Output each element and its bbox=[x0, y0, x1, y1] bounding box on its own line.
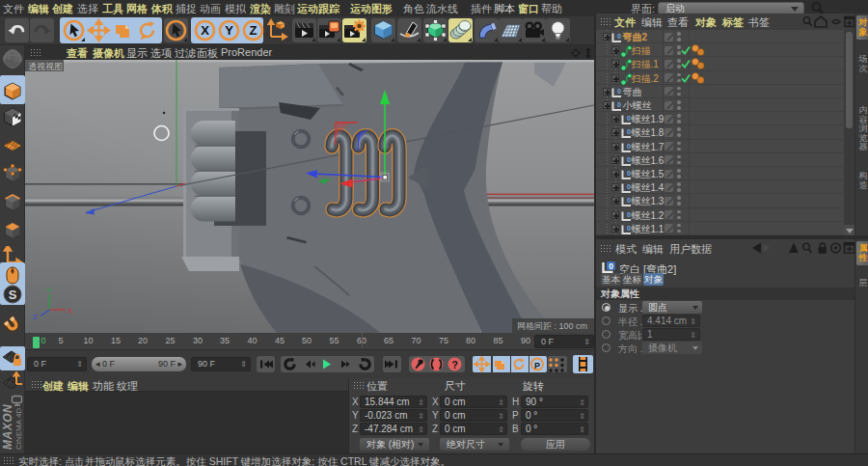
svg-text:0: 0 bbox=[627, 225, 631, 232]
svg-text:X: X bbox=[201, 23, 209, 38]
svg-text:20: 20 bbox=[138, 336, 148, 345]
svg-text:透视视图: 透视视图 bbox=[28, 62, 63, 71]
svg-text:25: 25 bbox=[165, 336, 175, 345]
svg-text:50: 50 bbox=[302, 336, 312, 345]
svg-text:5: 5 bbox=[58, 336, 63, 345]
svg-text:40: 40 bbox=[247, 336, 257, 345]
svg-text:?: ? bbox=[451, 359, 458, 370]
svg-text:0: 0 bbox=[627, 197, 631, 204]
svg-text:80: 80 bbox=[466, 336, 475, 345]
svg-text:0: 0 bbox=[617, 88, 621, 95]
svg-text:45: 45 bbox=[275, 336, 285, 345]
svg-text:CINEMA 4D: CINEMA 4D bbox=[14, 408, 23, 450]
svg-text:65: 65 bbox=[384, 336, 393, 345]
svg-text:75: 75 bbox=[439, 336, 448, 345]
svg-text:0: 0 bbox=[617, 101, 621, 108]
svg-text:10: 10 bbox=[83, 336, 93, 345]
svg-text:0: 0 bbox=[627, 170, 631, 177]
svg-text:30: 30 bbox=[193, 336, 203, 345]
svg-text:0: 0 bbox=[627, 115, 631, 122]
svg-text:0: 0 bbox=[627, 143, 631, 150]
svg-text:55: 55 bbox=[329, 336, 339, 345]
svg-text:85: 85 bbox=[493, 336, 502, 345]
svg-text:0: 0 bbox=[627, 183, 631, 190]
svg-text:90: 90 bbox=[521, 336, 530, 345]
svg-text:X: X bbox=[68, 307, 73, 315]
svg-text:70: 70 bbox=[411, 336, 420, 345]
svg-text:0: 0 bbox=[617, 33, 621, 40]
svg-text:0: 0 bbox=[627, 128, 631, 135]
svg-text:0: 0 bbox=[627, 211, 631, 218]
svg-text:网格间距 : 100 cm: 网格间距 : 100 cm bbox=[517, 321, 587, 331]
svg-text:0: 0 bbox=[41, 336, 45, 345]
svg-text:15: 15 bbox=[111, 336, 121, 345]
svg-text:Y: Y bbox=[225, 23, 233, 38]
svg-text:MAXON: MAXON bbox=[1, 404, 14, 450]
svg-text:0: 0 bbox=[627, 156, 631, 163]
svg-text:0: 0 bbox=[609, 261, 613, 271]
svg-text:Y: Y bbox=[46, 286, 52, 294]
svg-text:Z: Z bbox=[33, 313, 38, 321]
svg-text:Z: Z bbox=[250, 23, 258, 38]
svg-text:35: 35 bbox=[220, 336, 230, 345]
svg-text:S: S bbox=[9, 288, 17, 302]
svg-text:P: P bbox=[534, 361, 540, 370]
